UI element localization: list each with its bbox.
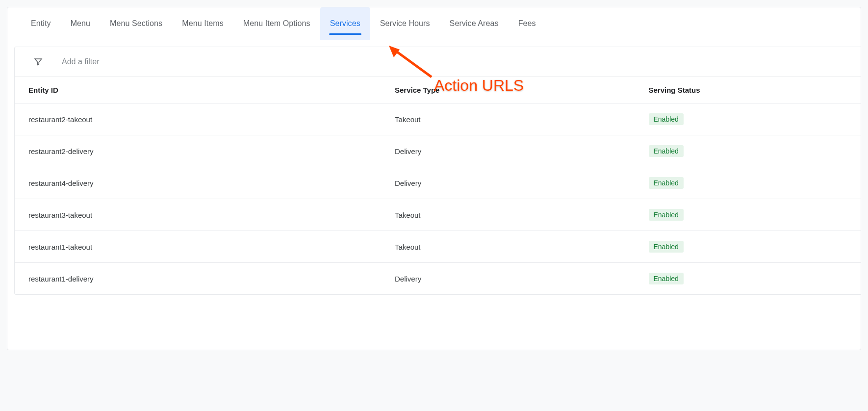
cell-entity-id: restaurant1-delivery: [15, 263, 387, 295]
main-panel: Entity Menu Menu Sections Menu Items Men…: [7, 7, 861, 350]
table-row[interactable]: restaurant2-takeout Takeout Enabled: [15, 103, 861, 135]
cell-serving-status: Enabled: [641, 231, 861, 263]
content-panel: Entity ID Service Type Serving Status re…: [14, 47, 861, 295]
cell-entity-id: restaurant4-delivery: [15, 167, 387, 199]
tab-services[interactable]: Services: [320, 7, 370, 40]
tab-fees[interactable]: Fees: [509, 7, 546, 40]
tab-service-areas[interactable]: Service Areas: [440, 7, 509, 40]
header-service-type[interactable]: Service Type: [387, 77, 641, 103]
services-table: Entity ID Service Type Serving Status re…: [15, 77, 861, 294]
cell-service-type: Takeout: [387, 103, 641, 135]
tab-menu[interactable]: Menu: [61, 7, 100, 40]
cell-serving-status: Enabled: [641, 135, 861, 167]
header-entity-id[interactable]: Entity ID: [15, 77, 387, 103]
cell-entity-id: restaurant3-takeout: [15, 199, 387, 231]
status-badge: Enabled: [649, 273, 684, 284]
cell-service-type: Delivery: [387, 135, 641, 167]
cell-service-type: Delivery: [387, 263, 641, 295]
table-row[interactable]: restaurant2-delivery Delivery Enabled: [15, 135, 861, 167]
cell-entity-id: restaurant2-delivery: [15, 135, 387, 167]
tab-entity[interactable]: Entity: [21, 7, 61, 40]
status-badge: Enabled: [649, 241, 684, 253]
tab-menu-sections[interactable]: Menu Sections: [100, 7, 172, 40]
status-badge: Enabled: [649, 209, 684, 221]
filter-input[interactable]: [62, 57, 847, 66]
table-row[interactable]: restaurant3-takeout Takeout Enabled: [15, 199, 861, 231]
cell-entity-id: restaurant1-takeout: [15, 231, 387, 263]
cell-serving-status: Enabled: [641, 167, 861, 199]
status-badge: Enabled: [649, 177, 684, 189]
status-badge: Enabled: [649, 145, 684, 157]
table-row[interactable]: restaurant4-delivery Delivery Enabled: [15, 167, 861, 199]
status-badge: Enabled: [649, 113, 684, 125]
filter-icon[interactable]: [28, 57, 48, 67]
tab-service-hours[interactable]: Service Hours: [370, 7, 440, 40]
cell-entity-id: restaurant2-takeout: [15, 103, 387, 135]
tab-bar: Entity Menu Menu Sections Menu Items Men…: [7, 7, 861, 40]
cell-service-type: Delivery: [387, 167, 641, 199]
cell-serving-status: Enabled: [641, 103, 861, 135]
cell-serving-status: Enabled: [641, 199, 861, 231]
table-header-row: Entity ID Service Type Serving Status: [15, 77, 861, 103]
header-serving-status[interactable]: Serving Status: [641, 77, 861, 103]
table-row[interactable]: restaurant1-takeout Takeout Enabled: [15, 231, 861, 263]
tab-menu-item-options[interactable]: Menu Item Options: [233, 7, 320, 40]
cell-service-type: Takeout: [387, 231, 641, 263]
table-row[interactable]: restaurant1-delivery Delivery Enabled: [15, 263, 861, 295]
cell-service-type: Takeout: [387, 199, 641, 231]
tab-menu-items[interactable]: Menu Items: [172, 7, 233, 40]
cell-serving-status: Enabled: [641, 263, 861, 295]
filter-bar: [15, 47, 861, 77]
